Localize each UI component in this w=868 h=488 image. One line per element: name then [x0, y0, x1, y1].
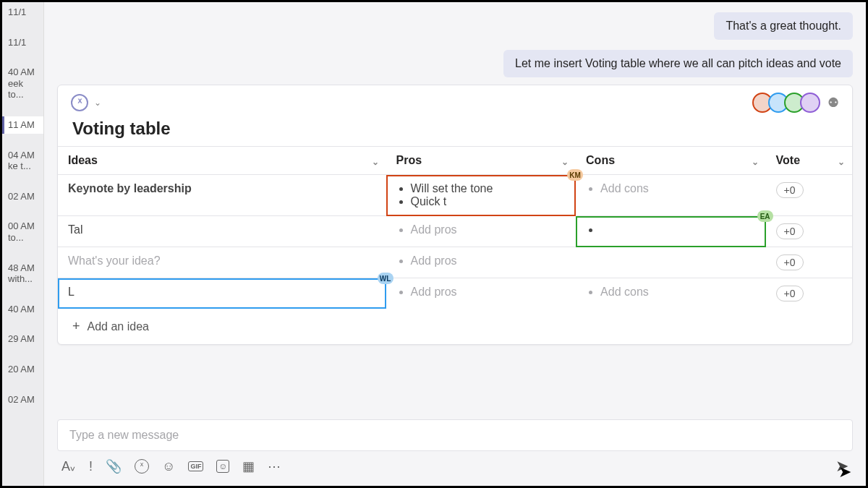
- table-row: Tal Add pros EA +0: [58, 216, 852, 247]
- chat-list-item[interactable]: 11/1: [2, 4, 43, 21]
- chevron-down-icon[interactable]: ⌄: [94, 98, 101, 108]
- vote-button[interactable]: +0: [776, 182, 804, 198]
- table-row: WL L Add pros Add cons +0: [58, 278, 852, 309]
- attach-icon[interactable]: 📎: [106, 458, 122, 474]
- emoji-icon[interactable]: ☺: [162, 459, 175, 474]
- chat-list-item[interactable]: 04 AMke t...: [2, 147, 43, 175]
- idea-cell[interactable]: Tal: [58, 216, 386, 247]
- column-header-ideas[interactable]: Ideas⌄: [58, 147, 386, 175]
- chat-list-item[interactable]: 20 AM: [2, 361, 43, 378]
- send-button[interactable]: ➤ ➤: [835, 457, 848, 476]
- pros-cell[interactable]: Add pros: [386, 247, 576, 278]
- cons-cell[interactable]: Add cons: [576, 278, 766, 309]
- chat-list-sidebar: 11/1 11/1 40 AMeek to... 11 AM 04 AMke t…: [2, 2, 44, 486]
- vote-button[interactable]: +0: [776, 286, 804, 301]
- chat-list-item[interactable]: 40 AMeek to...: [2, 64, 43, 103]
- presence-badge: EA: [757, 210, 773, 222]
- vote-cell[interactable]: +0: [766, 175, 852, 216]
- chat-pane: That's a great thought. Let me insert Vo…: [44, 2, 866, 486]
- sticker-icon[interactable]: ☺: [216, 460, 229, 473]
- presence-badge: KM: [567, 169, 583, 181]
- chat-list-item[interactable]: 40 AM: [2, 301, 43, 318]
- table-row: What's your idea? Add pros +0: [58, 247, 852, 278]
- idea-cell[interactable]: Keynote by leadership: [58, 175, 386, 216]
- pros-cell[interactable]: Add pros: [386, 216, 576, 247]
- chevron-down-icon[interactable]: ⌄: [372, 157, 379, 167]
- vote-cell[interactable]: +0: [766, 216, 852, 247]
- loop-icon[interactable]: ᕽ: [71, 94, 88, 111]
- chat-list-item[interactable]: 11 AM: [2, 116, 43, 134]
- message-bubble: Let me insert Voting table where we all …: [503, 50, 853, 77]
- idea-cell[interactable]: WL L: [58, 278, 386, 309]
- pros-cell[interactable]: KM Will set the tone Quick t: [386, 175, 576, 216]
- share-icon[interactable]: ⚉: [827, 95, 839, 111]
- compose-area: Type a new message Aᵥ ! 📎 ᕽ ☺ GIF ☺ ▦ ⋯ …: [57, 419, 853, 476]
- add-idea-button[interactable]: + Add an idea: [58, 309, 852, 344]
- vote-cell[interactable]: +0: [766, 278, 852, 309]
- loop-icon[interactable]: ᕽ: [135, 459, 149, 474]
- cons-cell[interactable]: [576, 247, 766, 278]
- compose-toolbar: Aᵥ ! 📎 ᕽ ☺ GIF ☺ ▦ ⋯ ➤ ➤: [57, 451, 853, 476]
- chat-list-item[interactable]: 02 AM: [2, 391, 43, 408]
- chat-list-item[interactable]: 48 AMwith...: [2, 260, 43, 288]
- column-header-pros[interactable]: Pros⌄: [386, 147, 576, 175]
- chat-list-item[interactable]: 11/1: [2, 34, 43, 51]
- vote-button[interactable]: +0: [776, 254, 804, 270]
- message-input[interactable]: Type a new message: [57, 419, 853, 451]
- message-bubble: That's a great thought.: [714, 12, 853, 40]
- gif-icon[interactable]: GIF: [188, 461, 203, 471]
- voting-table: Ideas⌄ Pros⌄ Cons⌄ Vote⌄ Keynote by lead…: [58, 146, 852, 309]
- format-icon[interactable]: Aᵥ: [61, 458, 76, 474]
- loop-component-card: ᕽ ⌄ ⚉ Voting table Ideas⌄ Pros⌄ Cons⌄ Vo…: [57, 85, 853, 345]
- chat-list-item[interactable]: 00 AMto...: [2, 218, 43, 246]
- chevron-down-icon[interactable]: ⌄: [838, 157, 845, 167]
- priority-icon[interactable]: !: [89, 459, 93, 474]
- chevron-down-icon[interactable]: ⌄: [561, 157, 569, 167]
- avatar[interactable]: [800, 93, 820, 113]
- chat-list-item[interactable]: 02 AM: [2, 188, 43, 205]
- plus-icon: +: [72, 319, 80, 334]
- vote-button[interactable]: +0: [776, 223, 804, 239]
- column-header-vote[interactable]: Vote⌄: [766, 147, 852, 175]
- vote-cell[interactable]: +0: [766, 247, 852, 278]
- presence-badge: WL: [378, 273, 393, 284]
- app-icon[interactable]: ▦: [242, 458, 255, 474]
- more-icon[interactable]: ⋯: [268, 458, 281, 474]
- chat-list-item[interactable]: 29 AM: [2, 330, 43, 348]
- table-row: Keynote by leadership KM Will set the to…: [58, 175, 852, 216]
- idea-cell[interactable]: What's your idea?: [58, 247, 386, 278]
- cursor-icon: ➤: [838, 463, 851, 481]
- collaborator-avatars[interactable]: ⚉: [757, 93, 839, 113]
- chevron-down-icon[interactable]: ⌄: [752, 157, 759, 167]
- loop-title[interactable]: Voting table: [58, 117, 852, 146]
- cons-cell[interactable]: Add cons: [576, 175, 766, 216]
- pros-cell[interactable]: Add pros: [386, 278, 576, 309]
- column-header-cons[interactable]: Cons⌄: [576, 147, 766, 175]
- cons-cell[interactable]: EA: [576, 216, 766, 247]
